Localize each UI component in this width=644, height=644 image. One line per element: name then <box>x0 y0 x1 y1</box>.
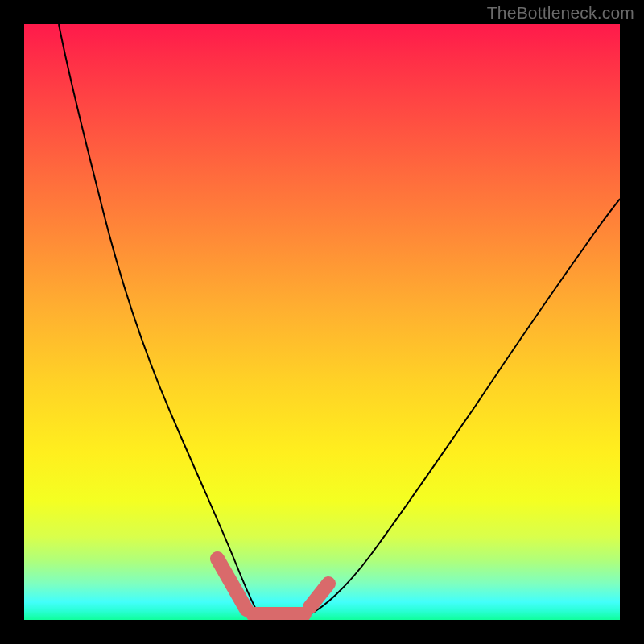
watermark-text: TheBottleneck.com <box>487 3 634 23</box>
chart-svg <box>24 24 620 620</box>
curve-left-branch <box>59 24 259 613</box>
plot-area <box>24 24 620 620</box>
curve-right-branch <box>309 199 620 615</box>
marker-left-cluster <box>217 559 246 609</box>
outer-frame: TheBottleneck.com <box>0 0 644 644</box>
